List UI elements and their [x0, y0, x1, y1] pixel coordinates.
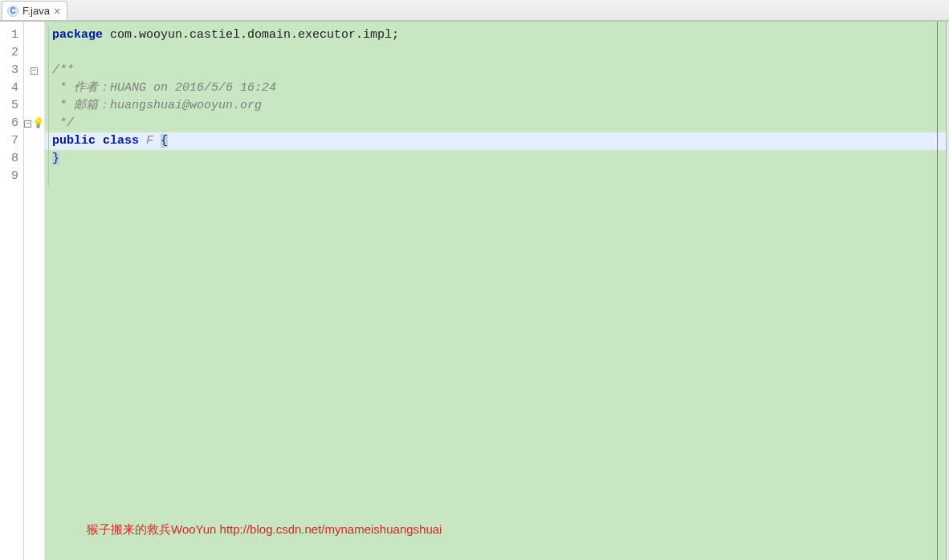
file-tab-f-java[interactable]: C F.java ×: [2, 1, 67, 20]
ide-root: C F.java × 1 2 3 4 5 6 7 8 9 − −💡: [0, 0, 949, 560]
line-number[interactable]: 8: [0, 150, 23, 168]
code-line[interactable]: /**: [45, 62, 949, 79]
watermark-text: 猴子搬来的救兵WooYun http://blog.csdn.net/mynam…: [87, 522, 442, 538]
brace-open: {: [161, 134, 168, 148]
line-number[interactable]: 4: [0, 79, 23, 97]
line-number[interactable]: 6: [0, 115, 23, 132]
javadoc-close: */: [52, 116, 74, 130]
code-line[interactable]: */: [45, 115, 949, 132]
keyword-class: class: [103, 134, 139, 148]
code-line[interactable]: package com.wooyun.castiel.domain.execut…: [45, 26, 949, 44]
code-line[interactable]: * 作者：HUANG on 2016/5/6 16:24: [45, 79, 949, 97]
line-number[interactable]: 9: [0, 168, 23, 185]
keyword-package: package: [52, 28, 103, 42]
editor-area: 1 2 3 4 5 6 7 8 9 − −💡 package com.wooyu…: [0, 21, 949, 560]
javadoc-line: * 邮箱：huangshuai@wooyun.org: [52, 99, 262, 112]
package-path: com.wooyun.castiel.domain.executor.impl;: [103, 28, 399, 42]
line-number[interactable]: 7: [0, 132, 23, 150]
code-line[interactable]: [45, 168, 949, 185]
fold-gutter: − −💡: [24, 22, 45, 560]
code-canvas[interactable]: package com.wooyun.castiel.domain.execut…: [45, 22, 949, 560]
fold-collapse-icon[interactable]: −: [31, 67, 38, 75]
class-name: F: [146, 134, 153, 148]
code-line[interactable]: * 邮箱：huangshuai@wooyun.org: [45, 97, 949, 115]
code-line[interactable]: }: [45, 150, 949, 168]
javadoc-open: /**: [52, 63, 74, 77]
code-line[interactable]: [45, 44, 949, 62]
line-number[interactable]: 2: [0, 44, 23, 62]
fold-collapse-icon[interactable]: −: [24, 120, 31, 128]
code-line[interactable]: public class F {: [45, 132, 949, 150]
java-class-icon: C: [7, 6, 18, 17]
tab-label: F.java: [22, 5, 50, 17]
close-icon[interactable]: ×: [54, 6, 60, 17]
line-number[interactable]: 5: [0, 97, 23, 115]
intention-bulb-icon[interactable]: 💡: [32, 115, 44, 132]
brace-close: }: [52, 152, 59, 165]
line-number[interactable]: 1: [0, 26, 23, 44]
line-number-gutter[interactable]: 1 2 3 4 5 6 7 8 9: [0, 22, 24, 560]
keyword-public: public: [52, 134, 96, 148]
editor-tab-bar: C F.java ×: [0, 0, 949, 21]
javadoc-line: * 作者：HUANG on 2016/5/6 16:24: [52, 81, 276, 95]
line-number[interactable]: 3: [0, 62, 23, 79]
